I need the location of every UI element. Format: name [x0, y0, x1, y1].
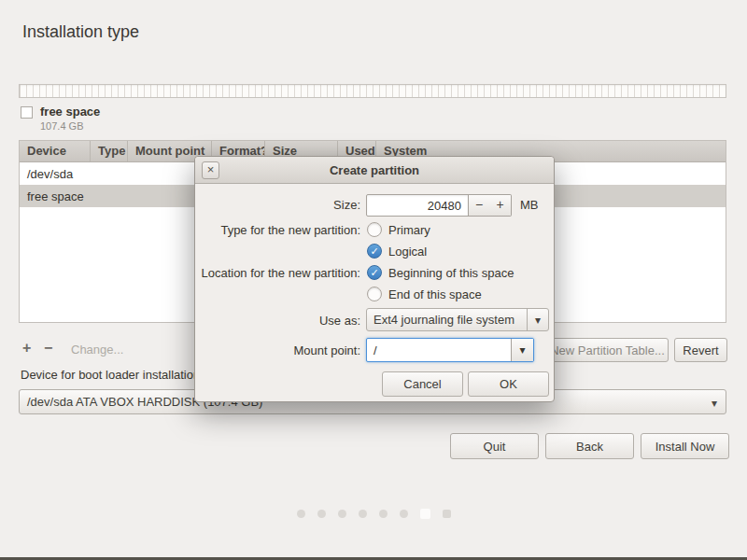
wizard-progress-dots	[0, 509, 747, 519]
radio-primary[interactable]	[367, 222, 382, 237]
dialog-title: Create partition	[195, 157, 554, 184]
ok-button[interactable]: OK	[468, 371, 549, 397]
create-partition-dialog: × Create partition Size: 20480 − + MB Ty…	[194, 156, 555, 402]
progress-dot	[400, 510, 408, 518]
legend-text: free space 107.4 GB	[40, 105, 100, 132]
chevron-down-icon: ▾	[527, 309, 548, 330]
disk-usage-bar	[19, 84, 726, 98]
size-label: Size:	[195, 198, 360, 212]
quit-button[interactable]: Quit	[450, 433, 539, 459]
close-icon[interactable]: ×	[202, 161, 219, 179]
cancel-button[interactable]: Cancel	[382, 371, 463, 397]
progress-dot	[443, 510, 451, 518]
progress-dot	[297, 510, 305, 518]
dialog-titlebar[interactable]: × Create partition	[195, 157, 554, 184]
radio-primary-label[interactable]: Primary	[388, 223, 430, 237]
radio-end-label[interactable]: End of this space	[388, 287, 482, 301]
revert-button[interactable]: Revert	[674, 338, 727, 362]
partition-type-label: Type for the new partition:	[195, 223, 360, 237]
installer-window: Installation type free space 107.4 GB De…	[0, 0, 747, 560]
size-decrement-button[interactable]: −	[468, 194, 490, 217]
legend-label: free space	[40, 105, 100, 119]
column-header-device[interactable]: Device	[20, 141, 91, 161]
mount-point-value: /	[367, 339, 533, 357]
radio-beginning-label[interactable]: Beginning of this space	[388, 266, 514, 280]
chevron-down-icon: ▾	[712, 397, 717, 410]
progress-dot	[359, 510, 367, 518]
chevron-down-icon[interactable]: ▾	[511, 339, 533, 361]
size-spinbox[interactable]: 20480	[366, 194, 469, 217]
radio-end-of-space[interactable]	[367, 287, 382, 301]
legend-size: 107.4 GB	[40, 120, 100, 132]
radio-beginning-of-space[interactable]: ✓	[367, 265, 382, 280]
mount-point-label: Mount point:	[195, 343, 360, 357]
progress-dot	[317, 510, 326, 518]
change-button[interactable]: Change...	[71, 343, 123, 357]
use-as-value: Ext4 journaling file system	[374, 313, 514, 327]
size-unit-label: MB	[520, 198, 539, 212]
size-increment-button[interactable]: +	[489, 194, 512, 217]
mount-point-combo[interactable]: / ▾	[366, 338, 534, 362]
progress-dot-current	[420, 509, 430, 519]
use-as-select[interactable]: Ext4 journaling file system ▾	[366, 308, 549, 331]
progress-dot	[338, 510, 346, 518]
progress-dot	[379, 510, 388, 518]
partition-location-label: Location for the new partition:	[195, 266, 360, 280]
remove-partition-button[interactable]: −	[44, 340, 52, 357]
free-space-swatch	[21, 106, 33, 119]
disk-legend: free space 107.4 GB	[21, 105, 100, 132]
install-now-button[interactable]: Install Now	[641, 433, 729, 459]
boot-loader-label: Device for boot loader installation:	[21, 368, 204, 382]
page-title: Installation type	[22, 22, 139, 42]
radio-logical[interactable]: ✓	[367, 244, 382, 259]
column-header-type[interactable]: Type	[91, 141, 128, 161]
radio-logical-label[interactable]: Logical	[388, 245, 427, 259]
new-partition-table-button[interactable]: New Partition Table...	[546, 338, 669, 362]
back-button[interactable]: Back	[545, 433, 634, 459]
add-partition-button[interactable]: +	[22, 340, 31, 357]
use-as-label: Use as:	[195, 314, 360, 328]
